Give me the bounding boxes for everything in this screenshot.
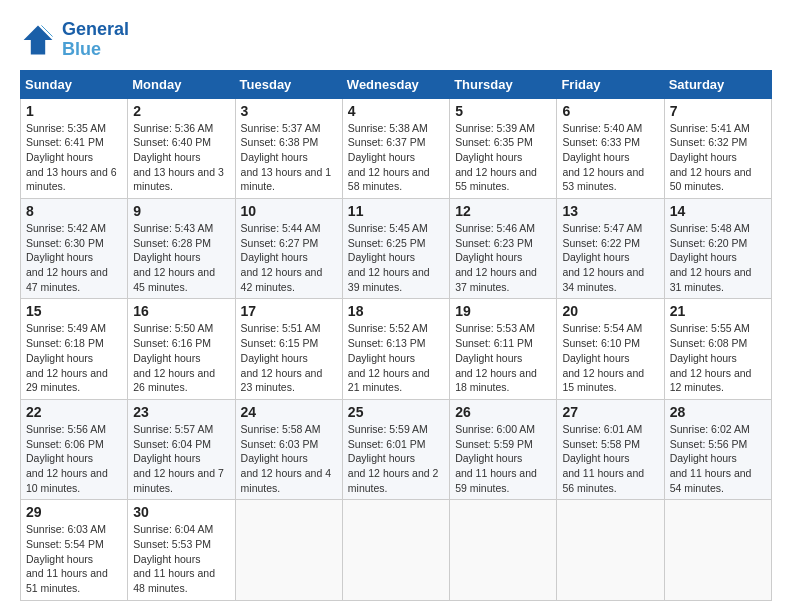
day-number: 26 bbox=[455, 404, 551, 420]
calendar-header-row: Sunday Monday Tuesday Wednesday Thursday… bbox=[21, 70, 772, 98]
day-number: 2 bbox=[133, 103, 229, 119]
day-detail: Sunrise: 5:51 AM Sunset: 6:15 PM Dayligh… bbox=[241, 321, 337, 394]
day-detail: Sunrise: 5:39 AM Sunset: 6:35 PM Dayligh… bbox=[455, 121, 551, 194]
day-number: 16 bbox=[133, 303, 229, 319]
day-number: 1 bbox=[26, 103, 122, 119]
calendar-week-row: 15 Sunrise: 5:49 AM Sunset: 6:18 PM Dayl… bbox=[21, 299, 772, 399]
logo-text: General Blue bbox=[62, 20, 129, 60]
calendar-cell: 10 Sunrise: 5:44 AM Sunset: 6:27 PM Dayl… bbox=[235, 199, 342, 299]
col-saturday: Saturday bbox=[664, 70, 771, 98]
calendar-cell: 14 Sunrise: 5:48 AM Sunset: 6:20 PM Dayl… bbox=[664, 199, 771, 299]
day-number: 3 bbox=[241, 103, 337, 119]
day-number: 28 bbox=[670, 404, 766, 420]
day-detail: Sunrise: 5:40 AM Sunset: 6:33 PM Dayligh… bbox=[562, 121, 658, 194]
day-detail: Sunrise: 5:48 AM Sunset: 6:20 PM Dayligh… bbox=[670, 221, 766, 294]
day-number: 7 bbox=[670, 103, 766, 119]
calendar-cell: 16 Sunrise: 5:50 AM Sunset: 6:16 PM Dayl… bbox=[128, 299, 235, 399]
day-number: 14 bbox=[670, 203, 766, 219]
day-detail: Sunrise: 5:45 AM Sunset: 6:25 PM Dayligh… bbox=[348, 221, 444, 294]
calendar-cell: 20 Sunrise: 5:54 AM Sunset: 6:10 PM Dayl… bbox=[557, 299, 664, 399]
calendar-cell bbox=[557, 500, 664, 600]
day-detail: Sunrise: 5:37 AM Sunset: 6:38 PM Dayligh… bbox=[241, 121, 337, 194]
calendar-cell: 2 Sunrise: 5:36 AM Sunset: 6:40 PM Dayli… bbox=[128, 98, 235, 198]
day-number: 24 bbox=[241, 404, 337, 420]
calendar-cell bbox=[664, 500, 771, 600]
calendar-cell: 23 Sunrise: 5:57 AM Sunset: 6:04 PM Dayl… bbox=[128, 399, 235, 499]
col-tuesday: Tuesday bbox=[235, 70, 342, 98]
day-detail: Sunrise: 5:58 AM Sunset: 6:03 PM Dayligh… bbox=[241, 422, 337, 495]
day-number: 8 bbox=[26, 203, 122, 219]
day-detail: Sunrise: 6:03 AM Sunset: 5:54 PM Dayligh… bbox=[26, 522, 122, 595]
calendar-cell: 6 Sunrise: 5:40 AM Sunset: 6:33 PM Dayli… bbox=[557, 98, 664, 198]
page-header: General Blue bbox=[20, 20, 772, 60]
day-number: 9 bbox=[133, 203, 229, 219]
day-detail: Sunrise: 6:02 AM Sunset: 5:56 PM Dayligh… bbox=[670, 422, 766, 495]
day-detail: Sunrise: 5:36 AM Sunset: 6:40 PM Dayligh… bbox=[133, 121, 229, 194]
day-number: 10 bbox=[241, 203, 337, 219]
day-number: 21 bbox=[670, 303, 766, 319]
calendar-cell: 5 Sunrise: 5:39 AM Sunset: 6:35 PM Dayli… bbox=[450, 98, 557, 198]
calendar-cell: 19 Sunrise: 5:53 AM Sunset: 6:11 PM Dayl… bbox=[450, 299, 557, 399]
calendar-cell: 24 Sunrise: 5:58 AM Sunset: 6:03 PM Dayl… bbox=[235, 399, 342, 499]
calendar-cell bbox=[450, 500, 557, 600]
calendar-cell: 21 Sunrise: 5:55 AM Sunset: 6:08 PM Dayl… bbox=[664, 299, 771, 399]
day-detail: Sunrise: 5:35 AM Sunset: 6:41 PM Dayligh… bbox=[26, 121, 122, 194]
day-number: 5 bbox=[455, 103, 551, 119]
calendar-cell: 7 Sunrise: 5:41 AM Sunset: 6:32 PM Dayli… bbox=[664, 98, 771, 198]
day-detail: Sunrise: 5:43 AM Sunset: 6:28 PM Dayligh… bbox=[133, 221, 229, 294]
day-number: 19 bbox=[455, 303, 551, 319]
calendar-cell: 25 Sunrise: 5:59 AM Sunset: 6:01 PM Dayl… bbox=[342, 399, 449, 499]
day-number: 12 bbox=[455, 203, 551, 219]
day-detail: Sunrise: 5:41 AM Sunset: 6:32 PM Dayligh… bbox=[670, 121, 766, 194]
day-number: 29 bbox=[26, 504, 122, 520]
calendar-body: 1 Sunrise: 5:35 AM Sunset: 6:41 PM Dayli… bbox=[21, 98, 772, 600]
day-detail: Sunrise: 5:44 AM Sunset: 6:27 PM Dayligh… bbox=[241, 221, 337, 294]
calendar-cell: 22 Sunrise: 5:56 AM Sunset: 6:06 PM Dayl… bbox=[21, 399, 128, 499]
day-detail: Sunrise: 5:42 AM Sunset: 6:30 PM Dayligh… bbox=[26, 221, 122, 294]
calendar-week-row: 22 Sunrise: 5:56 AM Sunset: 6:06 PM Dayl… bbox=[21, 399, 772, 499]
calendar-cell: 30 Sunrise: 6:04 AM Sunset: 5:53 PM Dayl… bbox=[128, 500, 235, 600]
day-number: 18 bbox=[348, 303, 444, 319]
day-number: 6 bbox=[562, 103, 658, 119]
col-wednesday: Wednesday bbox=[342, 70, 449, 98]
day-detail: Sunrise: 6:00 AM Sunset: 5:59 PM Dayligh… bbox=[455, 422, 551, 495]
day-number: 22 bbox=[26, 404, 122, 420]
day-detail: Sunrise: 5:59 AM Sunset: 6:01 PM Dayligh… bbox=[348, 422, 444, 495]
calendar-cell: 17 Sunrise: 5:51 AM Sunset: 6:15 PM Dayl… bbox=[235, 299, 342, 399]
calendar-cell bbox=[235, 500, 342, 600]
day-number: 25 bbox=[348, 404, 444, 420]
day-detail: Sunrise: 5:47 AM Sunset: 6:22 PM Dayligh… bbox=[562, 221, 658, 294]
day-number: 17 bbox=[241, 303, 337, 319]
col-friday: Friday bbox=[557, 70, 664, 98]
calendar-cell: 8 Sunrise: 5:42 AM Sunset: 6:30 PM Dayli… bbox=[21, 199, 128, 299]
calendar-cell: 18 Sunrise: 5:52 AM Sunset: 6:13 PM Dayl… bbox=[342, 299, 449, 399]
calendar-cell: 4 Sunrise: 5:38 AM Sunset: 6:37 PM Dayli… bbox=[342, 98, 449, 198]
calendar-cell: 15 Sunrise: 5:49 AM Sunset: 6:18 PM Dayl… bbox=[21, 299, 128, 399]
day-detail: Sunrise: 5:54 AM Sunset: 6:10 PM Dayligh… bbox=[562, 321, 658, 394]
calendar-table: Sunday Monday Tuesday Wednesday Thursday… bbox=[20, 70, 772, 601]
calendar-cell: 29 Sunrise: 6:03 AM Sunset: 5:54 PM Dayl… bbox=[21, 500, 128, 600]
day-number: 4 bbox=[348, 103, 444, 119]
calendar-cell: 13 Sunrise: 5:47 AM Sunset: 6:22 PM Dayl… bbox=[557, 199, 664, 299]
calendar-cell: 9 Sunrise: 5:43 AM Sunset: 6:28 PM Dayli… bbox=[128, 199, 235, 299]
day-detail: Sunrise: 6:04 AM Sunset: 5:53 PM Dayligh… bbox=[133, 522, 229, 595]
day-detail: Sunrise: 5:49 AM Sunset: 6:18 PM Dayligh… bbox=[26, 321, 122, 394]
day-detail: Sunrise: 5:56 AM Sunset: 6:06 PM Dayligh… bbox=[26, 422, 122, 495]
calendar-week-row: 29 Sunrise: 6:03 AM Sunset: 5:54 PM Dayl… bbox=[21, 500, 772, 600]
calendar-cell: 12 Sunrise: 5:46 AM Sunset: 6:23 PM Dayl… bbox=[450, 199, 557, 299]
calendar-cell: 27 Sunrise: 6:01 AM Sunset: 5:58 PM Dayl… bbox=[557, 399, 664, 499]
day-detail: Sunrise: 5:38 AM Sunset: 6:37 PM Dayligh… bbox=[348, 121, 444, 194]
day-number: 11 bbox=[348, 203, 444, 219]
day-number: 15 bbox=[26, 303, 122, 319]
svg-marker-0 bbox=[24, 25, 53, 54]
day-number: 13 bbox=[562, 203, 658, 219]
calendar-week-row: 8 Sunrise: 5:42 AM Sunset: 6:30 PM Dayli… bbox=[21, 199, 772, 299]
calendar-cell: 1 Sunrise: 5:35 AM Sunset: 6:41 PM Dayli… bbox=[21, 98, 128, 198]
col-monday: Monday bbox=[128, 70, 235, 98]
calendar-cell bbox=[342, 500, 449, 600]
logo: General Blue bbox=[20, 20, 129, 60]
day-detail: Sunrise: 5:55 AM Sunset: 6:08 PM Dayligh… bbox=[670, 321, 766, 394]
calendar-week-row: 1 Sunrise: 5:35 AM Sunset: 6:41 PM Dayli… bbox=[21, 98, 772, 198]
day-detail: Sunrise: 5:57 AM Sunset: 6:04 PM Dayligh… bbox=[133, 422, 229, 495]
day-number: 20 bbox=[562, 303, 658, 319]
